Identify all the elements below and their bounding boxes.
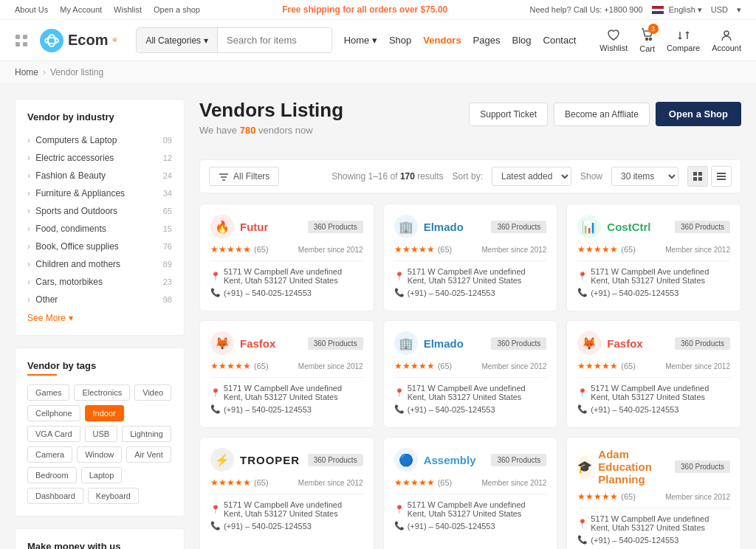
vendor-tag[interactable]: Keyboard	[88, 488, 139, 504]
phone-text: (+91) – 540-025-124553	[591, 405, 678, 414]
logo[interactable]: Ecom®	[40, 29, 117, 52]
vendor-card[interactable]: 📊 CostCtrl 360 Products ★★★★★ (65) Membe…	[566, 204, 741, 311]
grid-icon-area[interactable]	[15, 34, 28, 47]
promo-text: Free shipping for all orders over $75.00	[282, 4, 447, 15]
vendor-tag[interactable]: USB	[85, 426, 118, 442]
support-ticket-button[interactable]: Support Ticket	[469, 103, 548, 126]
member-since: Member since 2012	[298, 362, 363, 370]
svg-rect-16	[698, 172, 702, 176]
vendor-tag[interactable]: Games	[27, 384, 69, 401]
wishlist-action[interactable]: Wishlist	[599, 29, 628, 52]
menu-grid-icon	[15, 34, 28, 47]
logo-svg	[44, 33, 59, 48]
vendor-tag[interactable]: VGA Card	[27, 426, 80, 442]
phone-text: (+91) – 540-025-124553	[408, 405, 495, 414]
vendor-tag[interactable]: Electronics	[74, 384, 130, 401]
vendor-address: 📍 5171 W Campbell Ave undefined Kent, Ut…	[394, 500, 547, 518]
see-more-btn[interactable]: See More ▾	[27, 313, 73, 323]
phone-icon: 📞	[210, 404, 221, 414]
breadcrumb: Home › Vendor listing	[0, 61, 756, 84]
nav-vendors[interactable]: Vendors	[423, 35, 461, 46]
industry-list: › Computers & Laptop09› Electric accesso…	[27, 131, 172, 308]
vendor-stars: ★★★★★ (65) Member since 2012	[394, 361, 547, 371]
vendor-tag[interactable]: Indoor	[85, 405, 124, 421]
vendor-tag[interactable]: Cellphone	[27, 405, 80, 421]
industry-item[interactable]: › Book, Office supplies76	[27, 238, 172, 255]
about-us-link[interactable]: About Us	[15, 5, 48, 14]
phone-icon: 📞	[577, 535, 588, 545]
account-action[interactable]: Account	[712, 29, 741, 52]
vendor-stars: ★★★★★ (65) Member since 2012	[210, 244, 363, 255]
vendor-card-top: 🏢 Elmado 360 Products	[394, 331, 547, 355]
location-icon: 📍	[210, 505, 221, 514]
vendor-card[interactable]: 🦊 Fasfox 360 Products ★★★★★ (65) Member …	[199, 320, 374, 428]
svg-point-4	[45, 34, 58, 47]
vendor-logo: ⚡ TROOPER	[210, 448, 300, 472]
nav-shop[interactable]: Shop	[389, 35, 411, 46]
vendor-tag[interactable]: Video	[134, 384, 171, 401]
language-selector[interactable]: English ▾	[652, 5, 702, 15]
industry-item[interactable]: › Fashion & Beauty24	[27, 167, 172, 184]
affiliate-button[interactable]: Become an Affliate	[554, 103, 650, 126]
products-badge: 360 Products	[675, 337, 730, 350]
industry-item[interactable]: › Computers & Laptop09	[27, 131, 172, 149]
vendor-card[interactable]: 🦊 Fasfox 360 Products ★★★★★ (65) Member …	[566, 320, 741, 428]
vendor-card[interactable]: 🎓 Adam Education Planning 360 Products ★…	[566, 437, 741, 549]
my-account-link[interactable]: My Account	[60, 5, 102, 14]
stars: ★★★★★	[577, 244, 618, 255]
industry-item[interactable]: › Children and mothers89	[27, 255, 172, 273]
vendor-tag[interactable]: Lightning	[122, 426, 171, 442]
address-text: 5171 W Campbell Ave undefined Kent, Utah…	[224, 500, 363, 518]
vendor-divider	[577, 260, 730, 261]
phone-icon: 📞	[577, 404, 588, 414]
currency-selector[interactable]: USD	[711, 5, 728, 14]
vendor-tag[interactable]: Camera	[27, 446, 72, 463]
vendor-phone: 📞 (+91) – 540-025-124553	[394, 288, 547, 297]
industry-item[interactable]: › Food, condiments15	[27, 220, 172, 238]
cart-action[interactable]: 3 Cart	[639, 28, 655, 53]
nav-pages[interactable]: Pages	[473, 35, 501, 46]
breadcrumb-home[interactable]: Home	[15, 67, 38, 77]
all-filters-button[interactable]: All Filters	[209, 167, 279, 186]
vendor-tag[interactable]: Laptop	[81, 467, 123, 483]
vendor-card[interactable]: ⚡ TROOPER 360 Products ★★★★★ (65) Member…	[199, 437, 374, 549]
list-view-button[interactable]	[711, 166, 732, 187]
nav-blog[interactable]: Blog	[512, 35, 531, 46]
products-badge: 360 Products	[308, 221, 363, 233]
show-select[interactable]: 30 items 50 items 100 items	[611, 167, 678, 186]
tags-wrapper: GamesElectronicsVideoCellphoneIndoorVGA …	[27, 384, 172, 504]
industry-item[interactable]: › Furniture & Appliances34	[27, 184, 172, 202]
vendor-card-top: 🎓 Adam Education Planning 360 Products	[577, 448, 730, 486]
industry-item[interactable]: › Electric accessories12	[27, 149, 172, 167]
industry-item[interactable]: › Other98	[27, 291, 172, 308]
stars-count: (65)	[621, 362, 636, 370]
vendor-tag[interactable]: Air Vent	[126, 446, 171, 463]
vendor-logo-icon: 🦊	[577, 331, 601, 355]
vendor-tag[interactable]: Window	[77, 446, 122, 463]
vendor-card[interactable]: 🏢 Elmado 360 Products ★★★★★ (65) Member …	[383, 320, 558, 428]
vendor-tag[interactable]: Bedroom	[27, 467, 77, 483]
stars: ★★★★★	[394, 361, 435, 371]
phone-text: (+91) – 540-025-124553	[224, 405, 312, 414]
vendor-card-top: 🔥 Futur 360 Products	[210, 215, 363, 238]
nav-contact[interactable]: Contact	[543, 35, 577, 46]
vendor-card[interactable]: 🔥 Futur 360 Products ★★★★★ (65) Member s…	[199, 204, 374, 311]
grid-view-button[interactable]	[687, 166, 708, 187]
vendor-logo-icon: 🏢	[394, 215, 418, 238]
compare-action[interactable]: Compare	[667, 29, 700, 52]
vendor-card[interactable]: 🏢 Elmado 360 Products ★★★★★ (65) Member …	[383, 204, 558, 311]
search-input[interactable]	[218, 28, 332, 52]
search-category[interactable]: All Categories ▾	[137, 28, 218, 52]
open-shop-link[interactable]: Open a shop	[154, 5, 200, 14]
phone-icon: 📞	[394, 521, 405, 531]
vendor-card[interactable]: 🔵 Assembly 360 Products ★★★★★ (65) Membe…	[383, 437, 558, 549]
sort-select[interactable]: Latest added Name A-Z Name Z-A	[492, 167, 571, 186]
svg-rect-20	[717, 176, 726, 177]
vendor-tag[interactable]: Dashboard	[27, 488, 83, 504]
industry-item[interactable]: › Cars, motorbikes23	[27, 273, 172, 291]
open-shop-button[interactable]: Open a Shop	[656, 102, 741, 126]
wishlist-link[interactable]: Wishlist	[114, 5, 142, 14]
member-since: Member since 2012	[482, 246, 547, 254]
nav-home[interactable]: Home ▾	[344, 35, 377, 46]
industry-item[interactable]: › Sports and Outdoors65	[27, 202, 172, 220]
